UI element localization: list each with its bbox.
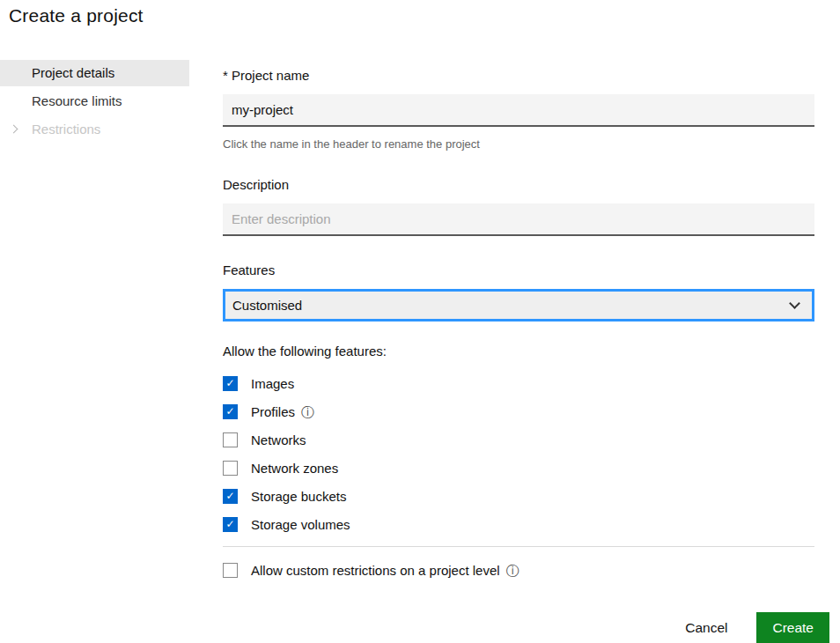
custom-restrictions-row[interactable]: Allow custom restrictions on a project l… <box>223 556 814 584</box>
chevron-down-icon <box>789 298 800 309</box>
feature-checkbox-label: Network zones <box>251 461 338 476</box>
chevron-right-icon <box>10 125 18 134</box>
checkbox-checked-icon[interactable]: ✓ <box>223 376 238 391</box>
features-list-heading: Allow the following features: <box>223 344 814 358</box>
create-button[interactable]: Create <box>756 612 829 643</box>
sidebar-item-project-details[interactable]: Project details <box>0 60 189 86</box>
checkbox-checked-icon[interactable]: ✓ <box>223 489 238 504</box>
sidebar-item-label: Resource limits <box>32 93 122 108</box>
features-label: Features <box>223 262 814 277</box>
sidebar-item-label: Project details <box>32 65 114 80</box>
checkbox-unchecked-icon[interactable] <box>223 563 238 578</box>
feature-checkbox-row[interactable]: Network zones <box>223 454 814 482</box>
project-name-help: Click the name in the header to rename t… <box>223 137 814 151</box>
features-select-value: Customised <box>232 298 302 313</box>
feature-checkbox-label: Storage volumes <box>251 517 350 532</box>
dialog-content: Project detailsResource limitsRestrictio… <box>0 60 840 643</box>
feature-checkbox-label: Images <box>251 376 294 391</box>
checkbox-unchecked-icon[interactable] <box>223 461 238 476</box>
custom-restrictions-label: Allow custom restrictions on a project l… <box>251 563 500 578</box>
feature-checkbox-label: Storage buckets <box>251 489 346 504</box>
project-name-group: * Project name Click the name in the hea… <box>223 68 814 151</box>
feature-checkbox-row[interactable]: ✓Images <box>223 369 814 397</box>
feature-checkbox-label: Networks <box>251 432 306 447</box>
feature-checkbox-row[interactable]: ✓Profilesⓘ <box>223 397 814 425</box>
project-name-input[interactable] <box>223 94 814 127</box>
info-icon[interactable]: ⓘ <box>301 405 314 418</box>
features-select[interactable]: Customised <box>223 289 814 322</box>
features-checkbox-list: ✓Images✓ProfilesⓘNetworksNetwork zones✓S… <box>223 369 814 538</box>
features-group: Features Customised <box>223 262 814 322</box>
description-label: Description <box>223 177 814 192</box>
sidebar-item-restrictions[interactable]: Restrictions <box>0 116 189 143</box>
feature-checkbox-row[interactable]: ✓Storage buckets <box>223 482 814 510</box>
project-name-label: * Project name <box>223 68 814 83</box>
checkbox-unchecked-icon[interactable] <box>223 432 238 447</box>
sidebar-item-label: Restrictions <box>32 122 100 137</box>
feature-checkbox-row[interactable]: ✓Storage volumes <box>223 510 814 538</box>
checkbox-checked-icon[interactable]: ✓ <box>223 517 238 532</box>
divider <box>223 546 814 547</box>
sidebar-nav: Project detailsResource limitsRestrictio… <box>0 60 189 643</box>
dialog-footer: Cancel Create <box>223 612 829 643</box>
description-input[interactable] <box>223 203 814 236</box>
cancel-button[interactable]: Cancel <box>671 613 741 643</box>
info-icon[interactable]: ⓘ <box>506 564 519 577</box>
page-title: Create a project <box>9 5 840 26</box>
checkbox-checked-icon[interactable]: ✓ <box>223 404 238 419</box>
feature-checkbox-label: Profiles <box>251 404 295 419</box>
sidebar-item-resource-limits[interactable]: Resource limits <box>0 88 189 115</box>
description-group: Description <box>223 177 814 236</box>
project-form: * Project name Click the name in the hea… <box>223 60 814 643</box>
feature-checkbox-row[interactable]: Networks <box>223 425 814 454</box>
